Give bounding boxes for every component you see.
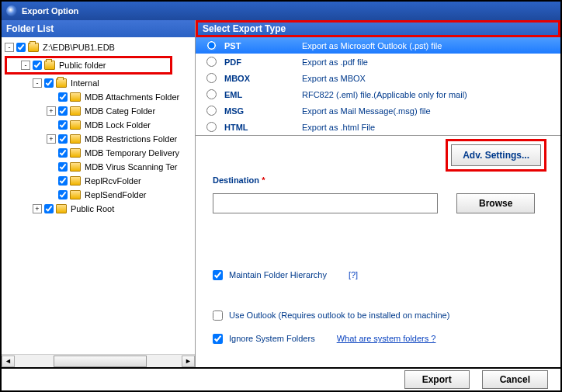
- export-button[interactable]: Export: [404, 370, 470, 389]
- folder-icon: [28, 43, 39, 52]
- export-desc: Export as Mail Message(.msg) file: [302, 106, 560, 116]
- destination-input[interactable]: [213, 193, 438, 213]
- tree-item[interactable]: MDB Attachments Folder: [2, 90, 195, 104]
- tree-item[interactable]: + MDB Categ Folder: [2, 104, 195, 118]
- scroll-left-icon[interactable]: ◄: [2, 356, 15, 367]
- export-radio[interactable]: [206, 122, 217, 132]
- tree-hscrollbar[interactable]: ◄ ►: [2, 354, 195, 367]
- export-desc: RFC822 (.eml) file.(Applicable only for …: [302, 90, 560, 99]
- export-desc: Export as MBOX: [302, 74, 560, 83]
- folder-icon: [70, 162, 81, 172]
- maintain-hierarchy-label: Maintain Folder Hierarchy: [229, 270, 327, 279]
- scroll-right-icon[interactable]: ►: [182, 356, 195, 367]
- tree-item[interactable]: MDB Temporary Delivery: [2, 146, 195, 160]
- ignore-system-checkbox[interactable]: [213, 334, 223, 344]
- collapse-icon[interactable]: -: [5, 43, 14, 52]
- export-type-pdf[interactable]: PDF Export as .pdf file: [196, 54, 560, 70]
- what-system-folders-link[interactable]: What are system folders ?: [337, 334, 436, 343]
- folder-icon: [70, 134, 81, 144]
- footer: Export Cancel: [2, 367, 560, 390]
- export-desc: Export as .html File: [302, 123, 560, 132]
- folder-list-pane: Folder List - Z:\EDB\PUB1.EDB - Public f…: [2, 20, 196, 367]
- use-outlook-label: Use Outlook (Requires outlook to be inst…: [229, 310, 449, 320]
- tree-item[interactable]: ReplSendFolder: [2, 188, 195, 202]
- export-type-html[interactable]: HTML Export as .html File: [196, 119, 560, 135]
- tree-checkbox[interactable]: [58, 148, 68, 158]
- collapse-icon[interactable]: -: [33, 78, 42, 88]
- export-key: MBOX: [224, 74, 302, 83]
- titlebar: Export Option: [2, 2, 560, 20]
- tree-label: ReplRcvFolder: [83, 176, 143, 186]
- tree-label: MDB Categ Folder: [83, 106, 157, 116]
- export-type-mbox[interactable]: MBOX Export as MBOX: [196, 70, 560, 86]
- tree-checkbox[interactable]: [58, 134, 68, 144]
- collapse-icon[interactable]: -: [21, 61, 30, 70]
- tree-label: MDB Lock Folder: [83, 120, 152, 130]
- tree-label: Internal: [69, 78, 101, 88]
- tree-label: Public folder: [57, 61, 108, 70]
- folder-icon: [70, 106, 81, 116]
- scroll-thumb[interactable]: [54, 356, 147, 367]
- ignore-system-label: Ignore System Folders: [229, 334, 315, 343]
- export-radio[interactable]: [206, 40, 217, 50]
- folder-tree[interactable]: - Z:\EDB\PUB1.EDB - Public folder -: [2, 37, 195, 354]
- tree-internal[interactable]: - Internal: [2, 76, 195, 90]
- help-icon[interactable]: [?]: [349, 270, 358, 279]
- use-outlook-checkbox[interactable]: [213, 310, 223, 321]
- tree-public-root[interactable]: + Public Root: [2, 202, 195, 216]
- export-radio[interactable]: [206, 89, 217, 99]
- export-type-eml[interactable]: EML RFC822 (.eml) file.(Applicable only …: [196, 86, 560, 102]
- maintain-hierarchy-checkbox[interactable]: [213, 270, 223, 280]
- tree-item[interactable]: ReplRcvFolder: [2, 174, 195, 188]
- tree-checkbox[interactable]: [58, 162, 68, 172]
- export-key: EML: [224, 90, 302, 99]
- cancel-button[interactable]: Cancel: [482, 370, 548, 389]
- tree-checkbox[interactable]: [44, 78, 54, 88]
- folder-icon: [70, 176, 81, 186]
- export-key: PST: [224, 41, 302, 50]
- folder-icon: [44, 61, 55, 70]
- tree-item[interactable]: MDB Virus Scanning Ter: [2, 160, 195, 174]
- tree-checkbox[interactable]: [58, 92, 68, 102]
- export-desc: Export as .pdf file: [302, 57, 560, 67]
- folder-icon: [70, 120, 81, 130]
- tree-checkbox[interactable]: [58, 106, 68, 116]
- tree-label: ReplSendFolder: [83, 190, 148, 199]
- tree-label: MDB Attachments Folder: [83, 92, 181, 102]
- export-option-window: Export Option Folder List - Z:\EDB\PUB1.…: [0, 0, 562, 392]
- destination-label: Destination *: [213, 175, 543, 186]
- export-desc: Export as Microsoft Outlook (.pst) file: [302, 41, 560, 50]
- expand-icon[interactable]: +: [47, 134, 56, 144]
- tree-checkbox[interactable]: [33, 61, 42, 70]
- export-key: PDF: [224, 57, 302, 67]
- expand-icon[interactable]: +: [33, 204, 42, 213]
- tree-label: Z:\EDB\PUB1.EDB: [41, 43, 116, 52]
- highlight-adv-settings: Adv. Settings...: [446, 139, 546, 172]
- tree-checkbox[interactable]: [58, 190, 68, 199]
- app-icon: [6, 5, 17, 16]
- tree-checkbox[interactable]: [44, 204, 54, 213]
- tree-label: Public Root: [69, 204, 116, 213]
- tree-public-folder[interactable]: - Public folder: [7, 58, 170, 72]
- expand-icon[interactable]: +: [47, 106, 56, 116]
- export-radio[interactable]: [206, 57, 217, 67]
- export-type-list: PST Export as Microsoft Outlook (.pst) f…: [196, 37, 560, 136]
- tree-checkbox[interactable]: [58, 120, 68, 130]
- export-type-msg[interactable]: MSG Export as Mail Message(.msg) file: [196, 102, 560, 119]
- export-radio[interactable]: [206, 106, 217, 116]
- folder-icon: [56, 78, 67, 88]
- export-key: MSG: [224, 106, 302, 116]
- tree-checkbox[interactable]: [16, 43, 26, 52]
- tree-root[interactable]: - Z:\EDB\PUB1.EDB: [2, 40, 195, 54]
- tree-label: MDB Temporary Delivery: [83, 148, 181, 158]
- export-key: HTML: [224, 123, 302, 132]
- adv-settings-button[interactable]: Adv. Settings...: [451, 144, 541, 166]
- export-radio[interactable]: [206, 73, 217, 83]
- tree-label: MDB Restrictions Folder: [83, 134, 179, 144]
- export-type-pst[interactable]: PST Export as Microsoft Outlook (.pst) f…: [196, 37, 560, 54]
- browse-button[interactable]: Browse: [456, 193, 535, 213]
- tree-item[interactable]: MDB Lock Folder: [2, 118, 195, 132]
- tree-checkbox[interactable]: [58, 176, 68, 186]
- tree-item[interactable]: + MDB Restrictions Folder: [2, 132, 195, 146]
- export-type-header: Select Export Type: [196, 20, 560, 37]
